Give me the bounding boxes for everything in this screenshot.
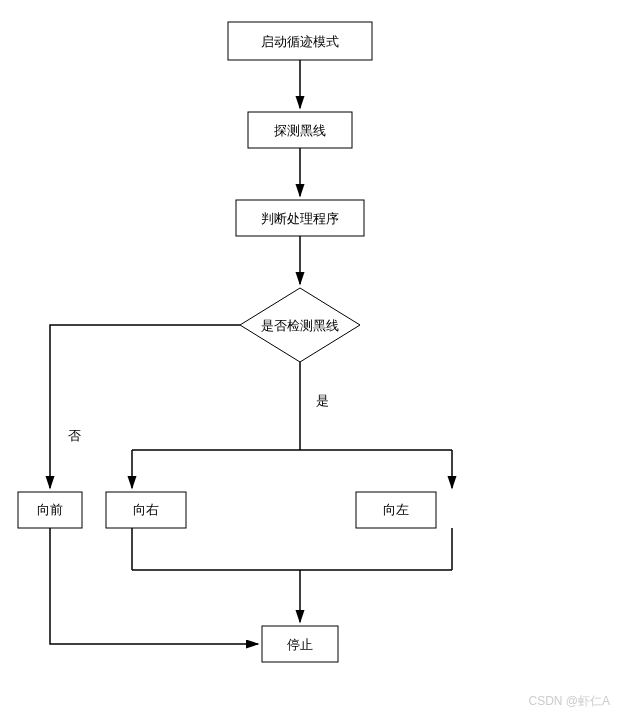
forward-label: 向前 bbox=[37, 502, 63, 517]
stop-label: 停止 bbox=[287, 637, 313, 652]
arrow-forward-stop bbox=[50, 528, 258, 644]
process-label: 判断处理程序 bbox=[261, 211, 339, 226]
detect-label: 探测黑线 bbox=[274, 123, 326, 138]
watermark: CSDN @虾仁A bbox=[528, 693, 610, 710]
left-label: 向左 bbox=[383, 502, 409, 517]
yes-label: 是 bbox=[316, 393, 329, 408]
decision-label: 是否检测黑线 bbox=[261, 318, 339, 333]
right-label: 向右 bbox=[133, 502, 159, 517]
no-label: 否 bbox=[68, 428, 81, 443]
arrow-no-branch bbox=[50, 325, 240, 488]
start-label: 启动循迹模式 bbox=[261, 34, 339, 49]
